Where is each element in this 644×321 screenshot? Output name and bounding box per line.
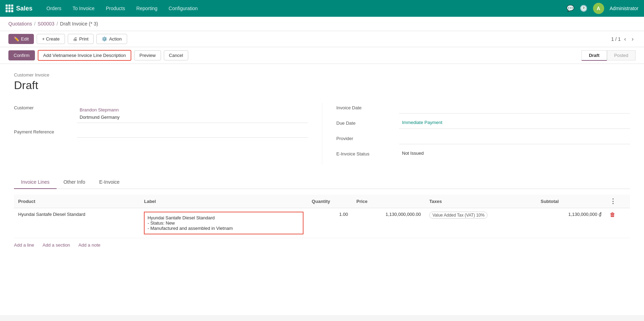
breadcrumb-order[interactable]: S00003 [38, 21, 54, 27]
cell-product: Hyundai Santafe Diesel Standard [14, 208, 140, 238]
customer-city: Dortmund [80, 115, 100, 120]
breadcrumb-current: Draft Invoice (* 3) [60, 21, 98, 27]
customer-value: Brandon Stepmann Dortmund Germany [77, 103, 308, 123]
document-title: Draft [14, 79, 630, 92]
grid-icon [6, 5, 13, 12]
action-button[interactable]: ⚙️ Action [96, 34, 127, 44]
tab-einvoice[interactable]: E-Invoice [92, 176, 126, 189]
nav-products[interactable]: Products [102, 4, 129, 13]
gear-icon: ⚙️ [102, 36, 107, 42]
cell-delete: 🗑 [606, 208, 630, 238]
label-line-1: Hyundai Santafe Diesel Standard [147, 215, 300, 220]
form-left: Customer Brandon Stepmann Dortmund Germa… [14, 103, 322, 165]
col-subtotal: Subtotal [536, 195, 606, 208]
col-label: Label [140, 195, 307, 208]
customer-country: Germany [101, 115, 119, 120]
avatar[interactable]: A [593, 3, 604, 14]
payment-ref-label: Payment Reference [14, 127, 77, 134]
top-navigation: Sales Orders To Invoice Products Reporti… [0, 0, 644, 17]
topnav-right: 💬 🕐 A Administrator [566, 3, 638, 14]
provider-label: Provider [336, 134, 399, 141]
customer-info: Brandon Stepmann Dortmund Germany [80, 104, 305, 121]
invoice-tabs: Invoice Lines Other Info E-Invoice [14, 176, 630, 189]
confirm-button[interactable]: Confirm [8, 50, 35, 60]
edit-icon: ✏️ [14, 36, 19, 42]
tab-invoice-lines[interactable]: Invoice Lines [14, 176, 57, 189]
document-type: Customer Invoice [14, 72, 630, 78]
einvoice-status-field-row: E-Invoice Status Not Issued [336, 149, 630, 160]
table-header-row: Product Label Quantity Price Taxes Subto… [14, 195, 630, 208]
due-date-label: Due Date [336, 118, 399, 126]
breadcrumb-sep-1: / [34, 21, 36, 27]
cell-subtotal: 1,130,000,000 ₫ [536, 208, 606, 238]
main-toolbar: ✏️ Edit + Create 🖨 Print ⚙️ Action 1 / 1… [0, 31, 644, 47]
provider-field-row: Provider [336, 134, 630, 145]
edit-button[interactable]: ✏️ Edit [8, 34, 34, 44]
main-content: Customer Invoice Draft Customer Brandon … [0, 64, 644, 315]
add-links-bar: Add a line Add a section Add a note [14, 238, 630, 252]
col-quantity: Quantity [308, 195, 352, 208]
prev-page-button[interactable]: ‹ [622, 35, 628, 43]
clock-icon[interactable]: 🕐 [580, 5, 587, 12]
action-bar: Confirm Add Vietnamese Invoice Line Desc… [0, 47, 644, 64]
nav-to-invoice[interactable]: To Invoice [68, 4, 99, 13]
label-line-2: - Status: New [147, 220, 300, 226]
label-line-3: - Manufactured and assembled in Vietnam [147, 226, 300, 231]
einvoice-status-value: Not Issued [399, 149, 630, 160]
col-price: Price [352, 195, 425, 208]
col-product: Product [14, 195, 140, 208]
einvoice-status-label: E-Invoice Status [336, 149, 399, 156]
customer-name[interactable]: Brandon Stepmann [80, 107, 305, 114]
add-section-link[interactable]: Add a section [43, 242, 70, 248]
label-bordered-cell: Hyundai Santafe Diesel Standard - Status… [144, 212, 303, 234]
add-note-link[interactable]: Add a note [79, 242, 101, 248]
app-title: Sales [16, 5, 32, 12]
cancel-button[interactable]: Cancel [164, 50, 188, 60]
cell-taxes: Value Added Tax (VAT) 10% [425, 208, 536, 238]
table-row: Hyundai Santafe Diesel Standard Hyundai … [14, 208, 630, 238]
print-button[interactable]: 🖨 Print [68, 34, 94, 44]
customer-label: Customer [14, 103, 77, 110]
invoice-date-label: Invoice Date [336, 103, 399, 110]
column-options-icon[interactable]: ⋮ [610, 198, 616, 205]
cell-quantity: 1.00 [308, 208, 352, 238]
cell-price: 1,130,000,000.00 [352, 208, 425, 238]
invoice-date-field-row: Invoice Date [336, 103, 630, 114]
provider-value[interactable] [399, 134, 630, 144]
col-actions: ⋮ [606, 195, 630, 208]
nav-configuration[interactable]: Configuration [164, 4, 202, 13]
print-icon: 🖨 [73, 36, 78, 42]
tab-other-info[interactable]: Other Info [57, 176, 92, 189]
invoice-lines-table: Product Label Quantity Price Taxes Subto… [14, 195, 630, 238]
toolbar-right: 1 / 1 ‹ › [611, 35, 636, 43]
nav-reporting[interactable]: Reporting [132, 4, 162, 13]
breadcrumb-sep-2: / [57, 21, 58, 27]
form-grid: Customer Brandon Stepmann Dortmund Germa… [14, 103, 630, 165]
preview-button[interactable]: Preview [134, 50, 161, 60]
add-viet-description-button[interactable]: Add Vietnamese Invoice Line Description [38, 50, 132, 61]
status-posted[interactable]: Posted [607, 50, 636, 60]
customer-field-row: Customer Brandon Stepmann Dortmund Germa… [14, 103, 308, 123]
form-right: Invoice Date Due Date Immediate Payment … [322, 103, 630, 165]
status-badges: Draft Posted [581, 50, 636, 61]
payment-ref-value[interactable] [77, 127, 308, 138]
status-draft[interactable]: Draft [581, 50, 607, 61]
invoice-date-value[interactable] [399, 103, 630, 114]
create-button[interactable]: + Create [37, 34, 65, 44]
breadcrumb-quotations[interactable]: Quotations [8, 21, 32, 27]
breadcrumb: Quotations / S00003 / Draft Invoice (* 3… [0, 17, 644, 31]
delete-row-icon[interactable]: 🗑 [610, 212, 615, 218]
due-date-value[interactable]: Immediate Payment [399, 118, 630, 129]
add-line-link[interactable]: Add a line [14, 242, 34, 248]
chat-icon[interactable]: 💬 [566, 5, 574, 12]
admin-name: Administrator [610, 6, 638, 11]
due-date-field-row: Due Date Immediate Payment [336, 118, 630, 130]
next-page-button[interactable]: › [630, 35, 636, 43]
page-info: 1 / 1 [611, 36, 621, 42]
col-taxes: Taxes [425, 195, 536, 208]
nav-orders[interactable]: Orders [42, 4, 66, 13]
payment-ref-field-row: Payment Reference [14, 127, 308, 138]
app-logo[interactable]: Sales [6, 5, 37, 12]
page-navigation: 1 / 1 ‹ › [611, 35, 636, 43]
cell-label: Hyundai Santafe Diesel Standard - Status… [140, 208, 307, 238]
